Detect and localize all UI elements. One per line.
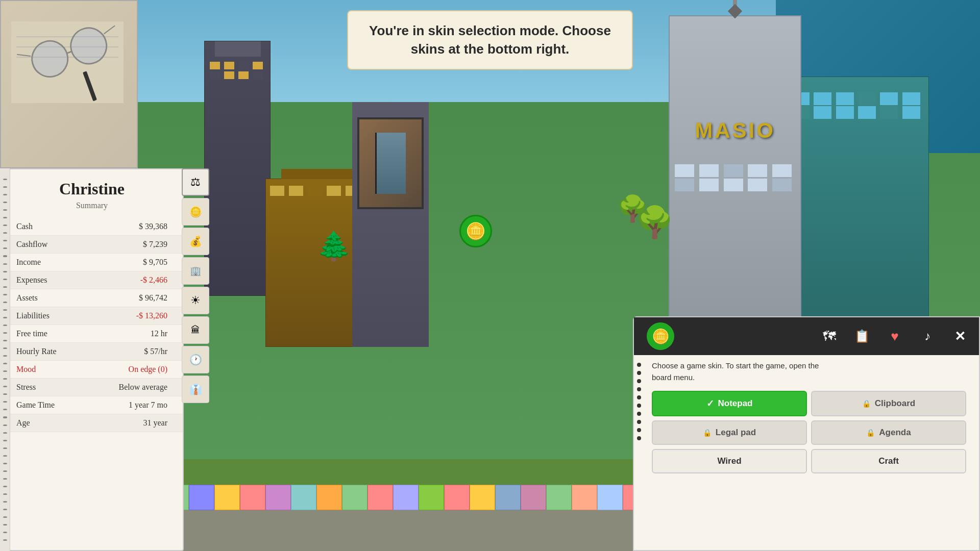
spiral-dot — [3, 332, 7, 334]
spiral-dot — [3, 393, 7, 395]
dot-8 — [637, 420, 641, 424]
stat-stress: Stress Below average — [1, 379, 183, 396]
skin-legalpad-btn[interactable]: 🔒 Legal pad — [652, 420, 807, 445]
spiral-dot — [3, 271, 7, 272]
tab-office[interactable]: 🏛 — [182, 316, 209, 344]
skin-agenda-btn[interactable]: 🔒 Agenda — [811, 420, 966, 445]
stat-gametime: Game Time 1 year 7 mo — [1, 396, 183, 414]
dot-1 — [637, 363, 641, 367]
spiral-dot — [3, 179, 7, 180]
building-teal — [786, 77, 929, 332]
spiral-dot — [3, 224, 7, 226]
skin-craft-btn[interactable]: Craft — [811, 449, 966, 473]
map-button[interactable]: 🗺 — [818, 325, 841, 347]
dot-5 — [637, 395, 641, 399]
stat-liabilities: Liabilities -$ 13,260 — [1, 307, 183, 325]
spiral-dot — [3, 340, 7, 341]
dot-10 — [637, 436, 641, 440]
spiral-dot — [3, 378, 7, 380]
dot-9 — [637, 428, 641, 432]
spiral-dot — [3, 432, 7, 434]
masio-text: MASIO — [677, 118, 793, 143]
spiral-dot — [3, 355, 7, 357]
character-panel: Christine Summary Cash $ 39,368 Cashflow… — [0, 168, 184, 551]
skin-clipboard-btn[interactable]: 🔒 Clipboard — [811, 391, 966, 416]
spiral-dot — [3, 401, 7, 403]
spiral-dot — [3, 294, 7, 295]
spiral-dot — [3, 386, 7, 387]
tab-building[interactable]: 🏢 — [182, 257, 209, 285]
spiral-dot — [3, 493, 7, 495]
spiral-dot — [3, 186, 7, 188]
photo-area — [0, 0, 138, 168]
spiral-dot — [3, 447, 7, 449]
spiral-dot — [3, 455, 7, 457]
spiral-dot — [3, 363, 7, 364]
heart-button[interactable]: ♥ — [884, 325, 906, 347]
skin-legalpad-label: Legal pad — [716, 428, 756, 438]
coin-action-btn[interactable]: 🪙 — [459, 215, 492, 247]
spiral-dot — [3, 486, 7, 487]
spiral-dot — [3, 463, 7, 464]
tab-tie[interactable]: 👔 — [182, 375, 209, 403]
spiral-dot — [3, 309, 7, 311]
close-button[interactable]: ✕ — [949, 325, 971, 347]
tab-money[interactable]: 💰 — [182, 228, 209, 255]
bottom-right-panel: 🪙 🗺 📋 ♥ ♪ ✕ C — [633, 316, 980, 551]
tab-coins[interactable]: 🪙 — [182, 198, 209, 226]
stat-cash: Cash $ 39,368 — [1, 218, 183, 236]
spiral-dot — [3, 247, 7, 249]
tab-sun[interactable]: ☀ — [182, 287, 209, 314]
masio-building: MASIO — [669, 15, 801, 321]
spiral-dot — [3, 202, 7, 203]
list-button[interactable]: 📋 — [851, 325, 873, 347]
dot-3 — [637, 379, 641, 383]
lock-icon-clipboard: 🔒 — [862, 399, 871, 408]
stat-expenses: Expenses -$ 2,466 — [1, 271, 183, 289]
skin-notepad-btn[interactable]: ✓ Notepad — [652, 391, 807, 416]
skin-wired-label: Wired — [717, 456, 741, 466]
tab-panel: ⚖ 🪙 💰 🏢 ☀ 🏛 🕐 👔 — [182, 168, 212, 403]
skin-clipboard-label: Clipboard — [875, 398, 915, 409]
spiral-dot — [3, 217, 7, 218]
stat-mood: Mood On edge (0) — [1, 361, 183, 379]
spiral-dot — [3, 279, 7, 280]
panel-content: Choose a game skin. To start the game, o… — [644, 355, 979, 551]
spiral-dot — [3, 194, 7, 195]
dot-4 — [637, 387, 641, 391]
skin-agenda-label: Agenda — [879, 428, 911, 438]
tab-clock[interactable]: 🕐 — [182, 346, 209, 373]
character-name: Christine — [1, 169, 183, 201]
tab-balance[interactable]: ⚖ — [182, 168, 209, 196]
spiral-dot — [3, 240, 7, 241]
lock-icon-agenda: 🔒 — [866, 429, 875, 437]
skin-grid: ✓ Notepad 🔒 Clipboard 🔒 Legal pad — [652, 391, 971, 473]
tree-3: 🌲 — [316, 230, 352, 263]
spiral-dot — [3, 347, 7, 349]
stat-freetime: Free time 12 hr — [1, 325, 183, 343]
coin-icon-btn[interactable]: 🪙 — [647, 322, 674, 350]
dot-2 — [637, 371, 641, 375]
stat-cashflow: Cashflow $ 7,239 — [1, 236, 183, 254]
inner-panel: Choose a game skin. To start the game, o… — [634, 355, 979, 551]
skin-wired-btn[interactable]: Wired — [652, 449, 807, 473]
spiral-dot — [3, 302, 7, 303]
dot-7 — [637, 412, 641, 416]
skin-craft-label: Craft — [878, 456, 899, 466]
spiral-dot — [3, 409, 7, 410]
spiral-dot — [3, 539, 7, 541]
spiral-dot — [3, 478, 7, 480]
spiral-dot — [3, 317, 7, 318]
glasses-decoration — [11, 21, 124, 103]
dot-6 — [637, 404, 641, 408]
stat-income: Income $ 9,705 — [1, 254, 183, 271]
spiral-dot — [3, 232, 7, 234]
stat-hourlyrate: Hourly Rate $ 57/hr — [1, 343, 183, 361]
spiral-dot — [3, 263, 7, 265]
music-button[interactable]: ♪ — [916, 325, 939, 347]
building-dark — [204, 41, 271, 296]
stat-age: Age 31 year — [1, 414, 183, 432]
spiral-dot — [3, 424, 7, 426]
skin-notepad-label: Notepad — [718, 398, 753, 409]
spiral-dot — [3, 255, 7, 257]
